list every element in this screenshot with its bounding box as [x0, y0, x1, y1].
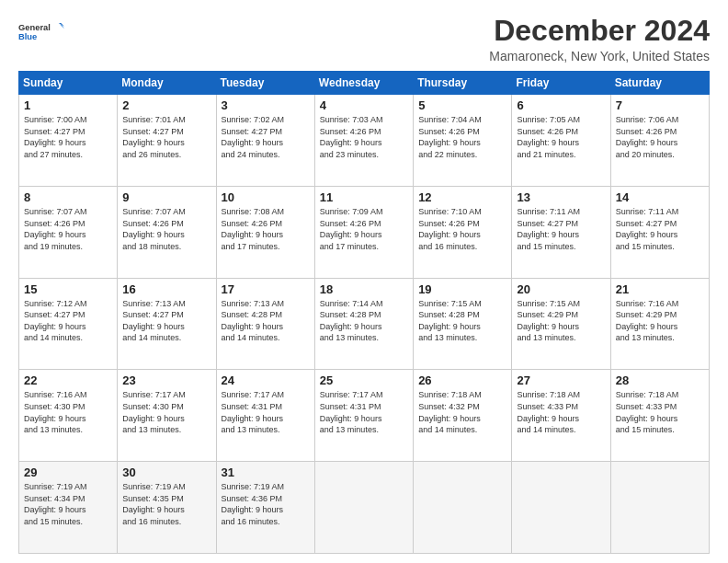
- day-info: Sunrise: 7:02 AMSunset: 4:27 PMDaylight:…: [222, 114, 310, 160]
- calendar-cell: 16Sunrise: 7:13 AMSunset: 4:27 PMDayligh…: [118, 278, 216, 370]
- day-number: 12: [418, 190, 506, 204]
- day-info: Sunrise: 7:18 AMSunset: 4:33 PMDaylight:…: [616, 389, 704, 435]
- title-block: December 2024 Mamaroneck, New York, Unit…: [489, 15, 710, 63]
- day-info: Sunrise: 7:19 AMSunset: 4:35 PMDaylight:…: [122, 481, 210, 527]
- day-info: Sunrise: 7:17 AMSunset: 4:30 PMDaylight:…: [122, 389, 210, 435]
- day-number: 11: [320, 190, 408, 204]
- calendar-cell: 11Sunrise: 7:09 AMSunset: 4:26 PMDayligh…: [314, 186, 413, 278]
- calendar-body: 1Sunrise: 7:00 AMSunset: 4:27 PMDaylight…: [19, 95, 710, 554]
- day-number: 28: [616, 373, 704, 387]
- calendar-cell: 4Sunrise: 7:03 AMSunset: 4:26 PMDaylight…: [314, 95, 413, 187]
- day-number: 13: [517, 190, 605, 204]
- day-number: 5: [418, 98, 506, 112]
- calendar-cell: 30Sunrise: 7:19 AMSunset: 4:35 PMDayligh…: [118, 462, 216, 554]
- day-number: 1: [24, 98, 112, 112]
- day-info: Sunrise: 7:03 AMSunset: 4:26 PMDaylight:…: [320, 114, 408, 160]
- day-info: Sunrise: 7:11 AMSunset: 4:27 PMDaylight:…: [517, 206, 605, 252]
- svg-marker-2: [59, 23, 64, 27]
- calendar-cell: 24Sunrise: 7:17 AMSunset: 4:31 PMDayligh…: [216, 370, 314, 462]
- day-number: 27: [517, 373, 605, 387]
- calendar-cell: 22Sunrise: 7:16 AMSunset: 4:30 PMDayligh…: [19, 370, 118, 462]
- day-number: 4: [320, 98, 408, 112]
- calendar-week-1: 1Sunrise: 7:00 AMSunset: 4:27 PMDaylight…: [19, 95, 710, 187]
- calendar-cell: [414, 462, 512, 554]
- day-number: 19: [418, 282, 506, 296]
- day-info: Sunrise: 7:10 AMSunset: 4:26 PMDaylight:…: [418, 206, 506, 252]
- day-number: 22: [24, 373, 112, 387]
- calendar-cell: 19Sunrise: 7:15 AMSunset: 4:28 PMDayligh…: [414, 278, 512, 370]
- calendar-week-2: 8Sunrise: 7:07 AMSunset: 4:26 PMDaylight…: [19, 186, 710, 278]
- calendar-cell: 3Sunrise: 7:02 AMSunset: 4:27 PMDaylight…: [216, 95, 314, 187]
- calendar-cell: 9Sunrise: 7:07 AMSunset: 4:26 PMDaylight…: [118, 186, 216, 278]
- calendar-header-row: Sunday Monday Tuesday Wednesday Thursday…: [19, 72, 710, 95]
- calendar-cell: 31Sunrise: 7:19 AMSunset: 4:36 PMDayligh…: [216, 462, 314, 554]
- calendar-cell: 28Sunrise: 7:18 AMSunset: 4:33 PMDayligh…: [610, 370, 709, 462]
- col-thursday: Thursday: [414, 72, 512, 95]
- calendar-cell: 8Sunrise: 7:07 AMSunset: 4:26 PMDaylight…: [19, 186, 118, 278]
- col-monday: Monday: [118, 72, 216, 95]
- calendar-cell: 12Sunrise: 7:10 AMSunset: 4:26 PMDayligh…: [414, 186, 512, 278]
- calendar-week-4: 22Sunrise: 7:16 AMSunset: 4:30 PMDayligh…: [19, 370, 710, 462]
- logo: General Blue: [18, 15, 64, 47]
- day-info: Sunrise: 7:13 AMSunset: 4:27 PMDaylight:…: [122, 298, 210, 344]
- calendar-cell: 29Sunrise: 7:19 AMSunset: 4:34 PMDayligh…: [19, 462, 118, 554]
- day-number: 31: [222, 465, 310, 479]
- day-info: Sunrise: 7:04 AMSunset: 4:26 PMDaylight:…: [418, 114, 506, 160]
- day-number: 9: [122, 190, 210, 204]
- calendar-cell: 13Sunrise: 7:11 AMSunset: 4:27 PMDayligh…: [512, 186, 610, 278]
- day-info: Sunrise: 7:18 AMSunset: 4:33 PMDaylight:…: [517, 389, 605, 435]
- calendar-cell: 18Sunrise: 7:14 AMSunset: 4:28 PMDayligh…: [314, 278, 413, 370]
- day-number: 15: [24, 282, 112, 296]
- calendar-cell: 14Sunrise: 7:11 AMSunset: 4:27 PMDayligh…: [610, 186, 709, 278]
- calendar-cell: 1Sunrise: 7:00 AMSunset: 4:27 PMDaylight…: [19, 95, 118, 187]
- day-number: 25: [320, 373, 408, 387]
- calendar-cell: 5Sunrise: 7:04 AMSunset: 4:26 PMDaylight…: [414, 95, 512, 187]
- day-number: 23: [122, 373, 210, 387]
- day-info: Sunrise: 7:16 AMSunset: 4:29 PMDaylight:…: [616, 298, 704, 344]
- logo-svg: General Blue: [18, 15, 64, 47]
- calendar-cell: 6Sunrise: 7:05 AMSunset: 4:26 PMDaylight…: [512, 95, 610, 187]
- day-number: 24: [222, 373, 310, 387]
- col-tuesday: Tuesday: [216, 72, 314, 95]
- col-wednesday: Wednesday: [314, 72, 413, 95]
- svg-text:General: General: [18, 23, 51, 32]
- day-info: Sunrise: 7:18 AMSunset: 4:32 PMDaylight:…: [418, 389, 506, 435]
- calendar-table: Sunday Monday Tuesday Wednesday Thursday…: [18, 71, 710, 554]
- calendar-cell: 17Sunrise: 7:13 AMSunset: 4:28 PMDayligh…: [216, 278, 314, 370]
- calendar-cell: 7Sunrise: 7:06 AMSunset: 4:26 PMDaylight…: [610, 95, 709, 187]
- calendar-week-5: 29Sunrise: 7:19 AMSunset: 4:34 PMDayligh…: [19, 462, 710, 554]
- day-info: Sunrise: 7:16 AMSunset: 4:30 PMDaylight:…: [24, 389, 112, 435]
- day-info: Sunrise: 7:19 AMSunset: 4:36 PMDaylight:…: [222, 481, 310, 527]
- day-number: 3: [222, 98, 310, 112]
- header: General Blue December 2024 Mamaroneck, N…: [18, 15, 710, 63]
- day-number: 26: [418, 373, 506, 387]
- day-number: 18: [320, 282, 408, 296]
- calendar-cell: [314, 462, 413, 554]
- day-info: Sunrise: 7:14 AMSunset: 4:28 PMDaylight:…: [320, 298, 408, 344]
- col-sunday: Sunday: [19, 72, 118, 95]
- day-number: 6: [517, 98, 605, 112]
- calendar-cell: 26Sunrise: 7:18 AMSunset: 4:32 PMDayligh…: [414, 370, 512, 462]
- calendar-cell: 27Sunrise: 7:18 AMSunset: 4:33 PMDayligh…: [512, 370, 610, 462]
- day-info: Sunrise: 7:17 AMSunset: 4:31 PMDaylight:…: [320, 389, 408, 435]
- day-number: 8: [24, 190, 112, 204]
- calendar-cell: [610, 462, 709, 554]
- calendar-cell: 2Sunrise: 7:01 AMSunset: 4:27 PMDaylight…: [118, 95, 216, 187]
- calendar-week-3: 15Sunrise: 7:12 AMSunset: 4:27 PMDayligh…: [19, 278, 710, 370]
- day-info: Sunrise: 7:15 AMSunset: 4:28 PMDaylight:…: [418, 298, 506, 344]
- day-number: 2: [122, 98, 210, 112]
- day-info: Sunrise: 7:05 AMSunset: 4:26 PMDaylight:…: [517, 114, 605, 160]
- day-info: Sunrise: 7:13 AMSunset: 4:28 PMDaylight:…: [222, 298, 310, 344]
- day-number: 20: [517, 282, 605, 296]
- day-number: 7: [616, 98, 704, 112]
- calendar-cell: 20Sunrise: 7:15 AMSunset: 4:29 PMDayligh…: [512, 278, 610, 370]
- calendar-cell: 15Sunrise: 7:12 AMSunset: 4:27 PMDayligh…: [19, 278, 118, 370]
- day-number: 16: [122, 282, 210, 296]
- day-info: Sunrise: 7:17 AMSunset: 4:31 PMDaylight:…: [222, 389, 310, 435]
- day-number: 30: [122, 465, 210, 479]
- main-title: December 2024: [489, 15, 710, 47]
- day-info: Sunrise: 7:12 AMSunset: 4:27 PMDaylight:…: [24, 298, 112, 344]
- day-info: Sunrise: 7:11 AMSunset: 4:27 PMDaylight:…: [616, 206, 704, 252]
- calendar-cell: 21Sunrise: 7:16 AMSunset: 4:29 PMDayligh…: [610, 278, 709, 370]
- day-info: Sunrise: 7:00 AMSunset: 4:27 PMDaylight:…: [24, 114, 112, 160]
